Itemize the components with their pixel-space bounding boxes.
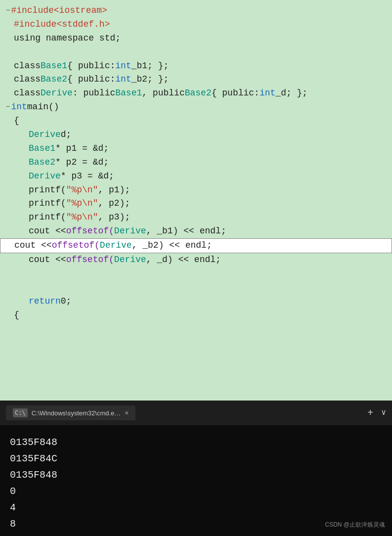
code-token: Base2 — [29, 156, 55, 170]
code-line: printf( "%p\n" , p2); — [6, 197, 386, 211]
code-token: { — [14, 309, 19, 322]
code-token: Derive — [100, 239, 132, 253]
code-token: main() — [27, 100, 59, 114]
code-line: printf( "%p\n" , p1); — [6, 183, 386, 197]
code-line: class Base2 { public: int _b2; }; — [6, 73, 386, 87]
code-line: Derive * p3 = &d; — [6, 170, 386, 183]
code-token: { public: — [212, 87, 260, 100]
code-token: printf( — [29, 211, 66, 224]
code-token: , p2); — [98, 197, 130, 211]
code-line: class Base1 { public: int _b1; }; — [6, 59, 386, 73]
code-token: cout << — [14, 239, 52, 253]
terminal-output-line: 0135F848 — [10, 434, 382, 450]
code-token: : public — [73, 87, 115, 100]
code-token: , _b1) << endl; — [146, 224, 226, 238]
code-token: int — [115, 73, 131, 87]
code-token: _d; }; — [275, 87, 307, 100]
terminal-tab-label: C:\Windows\system32\cmd.e… — [32, 409, 121, 417]
code-token: { public: — [67, 59, 115, 73]
terminal-content: 0135F848 0135F84C 0135F848 0 4 8 CSDN @止… — [0, 425, 392, 536]
code-token: class — [14, 87, 41, 100]
highlighted-code-line: cout << offsetof( Derive , _b2) << endl; — [0, 238, 392, 253]
code-token: { — [14, 114, 19, 128]
terminal-chevron-button[interactable]: ∨ — [381, 407, 386, 419]
code-token: offsetof( — [66, 253, 114, 267]
code-token: int — [260, 87, 275, 100]
code-line — [6, 267, 386, 281]
terminal-tab-icon: C:\ — [13, 408, 28, 417]
code-token: "%p\n" — [66, 211, 98, 224]
code-token: using namespace std; — [14, 32, 121, 45]
code-token: * p1 = &d; — [55, 142, 109, 156]
code-token: offsetof( — [52, 239, 100, 253]
code-token: Derive — [41, 87, 73, 100]
code-token: , _b2) << endl; — [132, 239, 212, 253]
code-token: _b1; }; — [131, 59, 169, 73]
code-token: Base1 — [41, 59, 67, 73]
code-line: − #include<iostream> — [6, 4, 386, 18]
code-token: , _d) << endl; — [146, 253, 221, 267]
code-token: int — [11, 100, 27, 114]
terminal-bar: C:\ C:\Windows\system32\cmd.e… × + ∨ — [0, 401, 392, 425]
terminal-actions: + ∨ — [367, 407, 386, 419]
code-token: "%p\n" — [66, 197, 98, 211]
code-line: cout << offsetof( Derive , _b1) << endl; — [6, 224, 386, 238]
terminal-output-line: 0 — [10, 483, 382, 499]
code-token: { public: — [67, 73, 115, 87]
watermark: CSDN @止欲淬炼灵魂 — [325, 520, 385, 530]
code-token: Derive — [29, 128, 61, 142]
code-token: Base1 — [29, 142, 55, 156]
code-token: * p3 = &d; — [61, 170, 114, 183]
code-token: cout << — [29, 224, 66, 238]
code-token: #include<iostream> — [11, 4, 107, 18]
code-token: 0; — [61, 295, 72, 309]
code-line: cout << offsetof( Derive , _d) << endl; — [6, 253, 386, 267]
code-token: Base2 — [185, 87, 212, 100]
code-line: { — [6, 114, 386, 128]
code-token: Base1 — [115, 87, 142, 100]
code-token: "%p\n" — [66, 183, 98, 197]
code-token: d; — [61, 128, 72, 142]
code-token: printf( — [29, 197, 66, 211]
code-line: Derive d; — [6, 128, 386, 142]
code-token: Derive — [114, 253, 146, 267]
code-token: Derive — [29, 170, 61, 183]
code-line: printf( "%p\n" , p3); — [6, 211, 386, 224]
code-token: , public — [142, 87, 184, 100]
code-editor: − #include<iostream> #include<stddef.h> … — [0, 0, 392, 401]
terminal-output-line: 4 — [10, 499, 382, 516]
code-token: class — [14, 59, 41, 73]
terminal-output-line: 0135F84C — [10, 450, 382, 467]
code-token: Base2 — [41, 73, 67, 87]
collapse-icon[interactable]: − — [6, 102, 10, 113]
code-token: Derive — [114, 224, 146, 238]
code-token: class — [14, 73, 41, 87]
code-line: Base2 * p2 = &d; — [6, 156, 386, 170]
code-line: Base1 * p1 = &d; — [6, 142, 386, 156]
code-token: , p3); — [98, 211, 130, 224]
code-line: class Derive : public Base1 , public Bas… — [6, 87, 386, 100]
terminal-tab[interactable]: C:\ C:\Windows\system32\cmd.e… × — [6, 405, 135, 420]
code-line: − int main() — [6, 100, 386, 114]
code-token: #include<stddef.h> — [14, 18, 110, 32]
terminal-close-button[interactable]: × — [125, 409, 129, 417]
terminal-add-button[interactable]: + — [367, 407, 373, 419]
code-line: using namespace std; — [6, 32, 386, 45]
terminal-output-line: 0135F848 — [10, 467, 382, 483]
code-line: return 0; — [6, 295, 386, 309]
code-token: printf( — [29, 183, 66, 197]
code-token: int — [115, 59, 131, 73]
code-token: , p1); — [98, 183, 130, 197]
code-token: * p2 = &d; — [55, 156, 109, 170]
code-line — [6, 45, 386, 59]
code-token: cout << — [29, 253, 66, 267]
code-line: { — [6, 309, 386, 322]
code-line — [6, 281, 386, 295]
code-line: #include<stddef.h> — [6, 18, 386, 32]
collapse-icon[interactable]: − — [6, 5, 10, 16]
code-token: _b2; }; — [131, 73, 169, 87]
code-token: offsetof( — [66, 224, 114, 238]
code-token: return — [29, 295, 61, 309]
